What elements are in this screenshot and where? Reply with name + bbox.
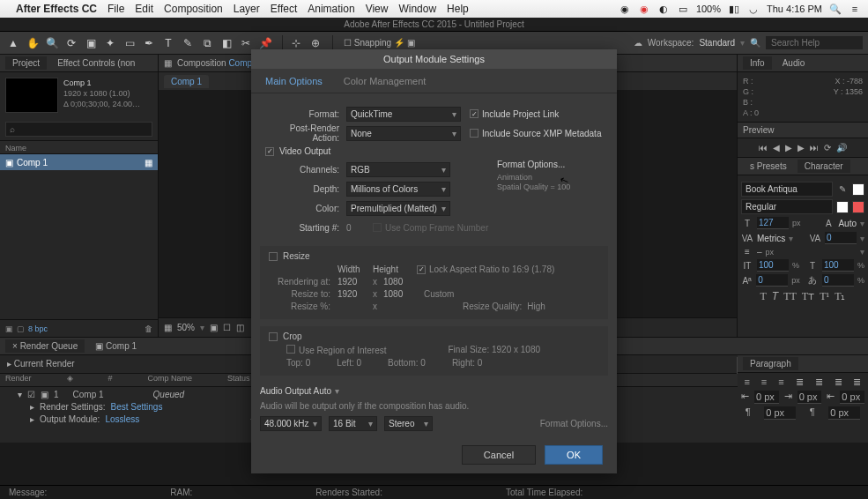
color-select[interactable]: Premultiplied (Matted): [346, 201, 450, 216]
hand-tool-icon[interactable]: ✋: [25, 35, 41, 51]
subscript-btn[interactable]: T₁: [835, 290, 845, 303]
resize-checkbox[interactable]: [269, 252, 278, 261]
include-xmp-checkbox[interactable]: [470, 129, 479, 138]
baseline-input[interactable]: [756, 274, 788, 287]
post-render-select[interactable]: None: [346, 126, 461, 141]
channels-select[interactable]: RGB: [346, 162, 450, 177]
menu-file[interactable]: File: [108, 3, 124, 15]
preview-tab[interactable]: Preview: [738, 123, 868, 138]
audio-format-options-button[interactable]: Format Options...: [540, 419, 608, 428]
format-options-button[interactable]: Format Options...: [497, 160, 603, 169]
menu-edit[interactable]: Edit: [135, 3, 153, 15]
tsume-input[interactable]: [822, 274, 854, 287]
effect-controls-tab[interactable]: Effect Controls (non: [50, 56, 142, 70]
justify-right-icon[interactable]: ≣: [835, 376, 842, 388]
loop-icon[interactable]: ⟳: [824, 143, 831, 153]
space-after-input[interactable]: 0 px: [828, 406, 860, 420]
resize-preset-select[interactable]: Custom: [424, 289, 574, 299]
rq-drag-icon[interactable]: ▣: [41, 389, 48, 401]
render-queue-tab[interactable]: × Render Queue: [5, 339, 85, 353]
indent-first-input[interactable]: 0 px: [798, 391, 822, 404]
pen-tool-icon[interactable]: ✒: [141, 35, 157, 51]
project-search-input[interactable]: [5, 122, 152, 137]
axis-mode-icon[interactable]: ⊕: [308, 35, 323, 51]
project-item-comp1[interactable]: ▣ Comp 1 ▦: [0, 154, 158, 170]
include-link-checkbox[interactable]: [470, 109, 479, 118]
justify-all-icon[interactable]: ≣: [853, 376, 861, 388]
vscale-input[interactable]: [757, 259, 789, 272]
first-frame-icon[interactable]: ⏮: [759, 143, 768, 153]
justify-center-icon[interactable]: ≣: [815, 376, 823, 388]
expand-icon[interactable]: ▾: [18, 389, 22, 401]
grid-icon[interactable]: ▦: [164, 323, 172, 332]
lock-aspect-checkbox[interactable]: [417, 265, 426, 274]
bold-btn[interactable]: T: [760, 290, 767, 303]
composition-tab-label[interactable]: Composition Comp…: [177, 58, 261, 68]
format-select[interactable]: QuickTime: [346, 107, 461, 122]
crop-left-input[interactable]: 0: [357, 358, 362, 368]
delete-icon[interactable]: 🗑: [145, 324, 152, 333]
audio-bit-select[interactable]: 16 Bit: [329, 416, 377, 431]
text-tool-icon[interactable]: T: [160, 35, 176, 51]
indent-left-input[interactable]: 0 px: [754, 391, 779, 404]
italic-btn[interactable]: T: [772, 290, 778, 303]
info-tab[interactable]: Info: [743, 56, 772, 70]
axis-tool-icon[interactable]: ⊹: [288, 35, 304, 51]
font-family-select[interactable]: Book Antiqua: [741, 182, 833, 197]
clock[interactable]: Thu 4:16 PM: [767, 4, 822, 14]
anchor-tool-icon[interactable]: ✦: [102, 35, 118, 51]
battery-icon[interactable]: ▮▯: [728, 3, 740, 15]
justify-left-icon[interactable]: ≣: [796, 376, 804, 388]
menu-help[interactable]: Help: [447, 3, 469, 15]
search-help-input[interactable]: [766, 36, 863, 49]
rq-col-num-icon[interactable]: ◈: [67, 374, 73, 386]
status-icon-3[interactable]: ◐: [657, 3, 670, 15]
rs-expand-icon[interactable]: ▸: [30, 401, 34, 413]
align-right-icon[interactable]: ≡: [778, 376, 783, 388]
camera-tool-icon[interactable]: ▣: [83, 35, 99, 51]
audio-rate-select[interactable]: 48.000 kHz: [260, 416, 322, 431]
spotlight-icon[interactable]: 🔍: [829, 3, 842, 15]
zoom-select[interactable]: 50%: [177, 323, 195, 332]
bpc-toggle[interactable]: 8 bpc: [28, 324, 48, 333]
airplay-icon[interactable]: ▭: [677, 3, 689, 15]
flowchart-icon[interactable]: ▦: [164, 58, 172, 68]
snapping-checkbox[interactable]: ☐ Snapping ⚡ ▣: [344, 38, 415, 48]
status-icon-1[interactable]: ◉: [619, 3, 631, 15]
output-module-link[interactable]: Lossless: [105, 413, 139, 426]
wifi-icon[interactable]: ◡: [747, 3, 760, 15]
leading-select[interactable]: Auto: [838, 219, 857, 228]
font-size-input[interactable]: [757, 217, 789, 229]
menu-extras-icon[interactable]: ≡: [849, 3, 861, 15]
fill-swatch[interactable]: [852, 183, 864, 196]
rotate-tool-icon[interactable]: ⟳: [63, 35, 79, 51]
hscale-input[interactable]: [822, 259, 854, 272]
comp-tab-comp1[interactable]: Comp 1: [164, 75, 209, 88]
allcaps-btn[interactable]: TT: [783, 290, 797, 303]
selection-tool-icon[interactable]: ▲: [5, 35, 21, 51]
stroke-swatch[interactable]: [852, 201, 864, 213]
menu-effect[interactable]: Effect: [271, 3, 297, 15]
presets-tab[interactable]: s Presets: [743, 160, 794, 173]
indent-right-input[interactable]: 0 px: [840, 391, 864, 404]
audio-output-select[interactable]: Audio Output Auto▾: [260, 386, 339, 396]
mask-icon[interactable]: ◫: [236, 323, 244, 332]
eraser-tool-icon[interactable]: ◧: [219, 35, 234, 51]
clone-tool-icon[interactable]: ⧉: [199, 35, 215, 51]
resize-width-input[interactable]: 1920: [338, 289, 373, 299]
timeline-comp1-tab[interactable]: ▣ Comp 1: [88, 339, 144, 353]
paragraph-tab[interactable]: Paragraph: [743, 357, 798, 370]
crop-top-input[interactable]: 0: [306, 358, 311, 368]
stroke-swatch-bg[interactable]: [836, 201, 849, 213]
project-tab[interactable]: Project: [5, 56, 47, 70]
crop-right-input[interactable]: 0: [478, 358, 483, 368]
resize-height-input[interactable]: 1080: [383, 289, 419, 299]
crop-bottom-input[interactable]: 0: [420, 358, 426, 368]
next-frame-icon[interactable]: ▶: [798, 143, 805, 153]
project-column-name[interactable]: Name: [0, 140, 158, 154]
tracking-input[interactable]: [825, 232, 857, 244]
zoom-tool-icon[interactable]: 🔍: [44, 35, 60, 51]
eyedropper-icon[interactable]: ✎: [836, 184, 849, 194]
use-roi-checkbox[interactable]: [286, 345, 295, 354]
roto-tool-icon[interactable]: ✂: [238, 35, 254, 51]
